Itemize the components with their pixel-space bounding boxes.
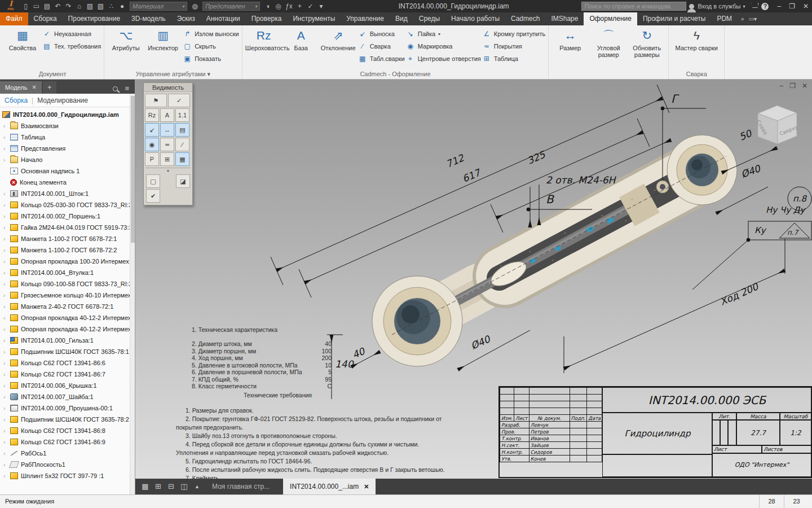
material-dropdown[interactable]: Материал▾ [130,2,187,11]
ribbon-tab[interactable]: Среды [413,12,445,25]
ribbon-small-button[interactable]: ▦Табл.сварки [358,54,405,64]
ribbon-big-button[interactable]: AБаза [283,26,320,51]
tree-node[interactable]: › Кольцо С62 ГОСТ 13941-86:9 [0,436,135,448]
tile-vertical-icon[interactable]: ◫ [178,479,191,494]
ribbon-big-button[interactable]: ⇗Отклонение [320,26,357,51]
ribbon-tab[interactable]: Управление [341,12,390,25]
palette-button[interactable]: ⊞ [160,152,174,166]
expander-icon[interactable]: › [3,439,10,445]
qat-icon[interactable]: ▨ [85,1,95,12]
qat-icon[interactable]: ↷ [64,1,73,12]
expander-icon[interactable]: › [3,473,10,479]
ribbon-small-button[interactable]: ↱Излом выноски [183,29,239,39]
ribbon-tab[interactable]: Проектирование [63,12,126,25]
ribbon-big-button[interactable]: ↻Обновить размеры [628,26,665,58]
qat-icon[interactable]: ∴ [107,1,116,12]
ribbon-tab[interactable]: Сборка [28,12,63,25]
close-icon[interactable]: ✕ [364,483,369,491]
expander-icon[interactable]: › [3,123,10,129]
doc-close-button[interactable]: ✕ [802,82,807,90]
window-minimize-button[interactable]: ‒ [777,2,781,10]
doc-minimize-button[interactable]: ‒ [779,82,783,90]
tile-horizontal-icon[interactable]: ⊟ [165,479,178,494]
qat-icon[interactable]: ◑ [263,1,272,12]
search-input[interactable] [581,2,686,11]
expander-icon[interactable]: › [3,360,10,366]
qat-icon[interactable]: ▧ [96,1,105,12]
expander-icon[interactable]: › [3,405,10,411]
ribbon-small-button[interactable]: ∠Кромку притупить [482,29,545,39]
ribbon-tab[interactable]: IMShape [545,12,584,25]
tree-node[interactable]: › Опорная прокладка 100-20 Интермех:1 [0,256,135,267]
ribbon-tab[interactable]: Профили и расчеты [637,12,712,25]
tree-node[interactable]: › Кольцо С62 ГОСТ 13941-86:8 [0,425,135,436]
ribbon-small-button[interactable]: ⊞Таблица [482,54,545,64]
expander-icon[interactable]: › [3,213,10,220]
qat-icon[interactable]: + [295,1,304,12]
qat-icon[interactable]: ✓ [306,1,315,12]
expander-icon[interactable]: › [3,417,10,423]
ribbon-tab[interactable]: Начало работы [445,12,505,25]
palette-button[interactable]: ✔ [146,189,160,203]
palette-collapse-icon[interactable]: ▲ [145,168,191,173]
expander-icon[interactable]: › [3,146,10,152]
tree-node[interactable]: › INT2014.00.007_Шайба:1 [0,391,135,402]
ribbon-tab[interactable]: Cadmech [505,12,545,25]
tree-node[interactable]: › Опорная прокладка 40-12-2 Интермех:2 [0,323,135,335]
ribbon-big-button[interactable]: ↔Размер [551,26,589,51]
ribbon-tab[interactable]: Файл [0,12,28,25]
ribbon-small-button[interactable]: ◉Маркировка [406,41,481,51]
tree-node[interactable]: › Взаимосвязи [0,120,135,132]
palette-title[interactable]: Видимость [144,83,192,92]
ribbon-big-button[interactable]: ⌥Атрибуты [107,26,144,51]
palette-button[interactable]: ▦ [175,152,189,166]
expander-icon[interactable]: › [3,349,10,355]
palette-button[interactable]: ▢ [146,174,160,188]
qat-icon[interactable]: ▯ [21,1,30,12]
palette-button[interactable]: ✓ [168,94,190,107]
ribbon-small-button[interactable]: ✓Неуказанная [42,29,101,39]
expander-icon[interactable]: › [3,315,10,321]
tree-node[interactable]: › Манжета 1-100-2 ГОСТ 6678-72:2 [0,244,135,256]
tree-node[interactable]: › INT2014.00.009_Проушина-00:1 [0,402,135,414]
expander-icon[interactable]: › [3,270,10,276]
cart-icon[interactable] [751,3,758,8]
ribbon-tab[interactable]: Аннотации [201,12,246,25]
palette-button[interactable]: P [145,152,159,166]
tree-root-node[interactable]: INT2014.00.000_Гидроцилиндр.iam [0,109,135,120]
mode-assembly[interactable]: Сборка [5,97,28,104]
tree-node[interactable]: › Подшипник ШСШ40К ГОСТ 3635-78:2 [0,414,135,425]
tree-node[interactable]: › Кольцо С62 ГОСТ 13941-86:7 [0,369,135,380]
ribbon-small-button[interactable]: ⌖Центровые отверстия [406,54,481,64]
collapse-tabs-icon[interactable]: ▲ [191,479,204,494]
ribbon-small-button[interactable]: ▣Показать [183,54,239,64]
tree-node[interactable]: › Манжета 1-100-2 ГОСТ 6678-72:1 [0,233,135,244]
palette-button[interactable]: A [160,108,174,122]
ribbon-big-button[interactable]: ⌒Угловой размер [590,26,627,58]
tree-node[interactable]: › Кольцо 025-030-30 ГОСТ 9833-73_RI:3 [0,199,135,211]
palette-button[interactable]: Rz [145,108,159,122]
tree-node[interactable]: › РабПлоскость1 [0,459,135,470]
ribbon-big-button[interactable]: RzШероховатость [245,26,283,51]
expander-icon[interactable]: › [3,371,10,378]
browser-tab-model[interactable]: Модель✕ [0,81,42,94]
tree-node[interactable]: › Начало [0,154,135,165]
ribbon-tab[interactable]: 3D-модель [126,12,171,25]
tree-node[interactable]: › РабОсь1 [0,448,135,459]
palette-button[interactable]: ⚑ [145,94,167,107]
qat-icon[interactable]: ⌂ [74,1,84,12]
expander-icon[interactable]: › [3,225,10,231]
palette-button[interactable]: ▤ [175,123,189,137]
tree-node[interactable]: › Представления [0,143,135,154]
qat-icon[interactable]: ƒx [284,1,294,12]
expander-icon[interactable]: › [3,292,10,299]
tree-node[interactable]: › Опорная прокладка 40-12-2 Интермех:1 [0,312,135,323]
palette-button[interactable]: ◪ [176,174,190,188]
qat-icon[interactable]: ◎ [273,1,283,12]
tree-node[interactable]: Основная надпись 1 [0,165,135,177]
expander-icon[interactable]: › [3,247,10,253]
tree-node[interactable]: › INT2014.00.001_Шток:1 [0,188,135,199]
ribbon-tab[interactable]: Инструменты [287,12,341,25]
representation-dropdown[interactable]: Представлен▾ [202,2,260,11]
expander-icon[interactable]: › [3,157,10,163]
